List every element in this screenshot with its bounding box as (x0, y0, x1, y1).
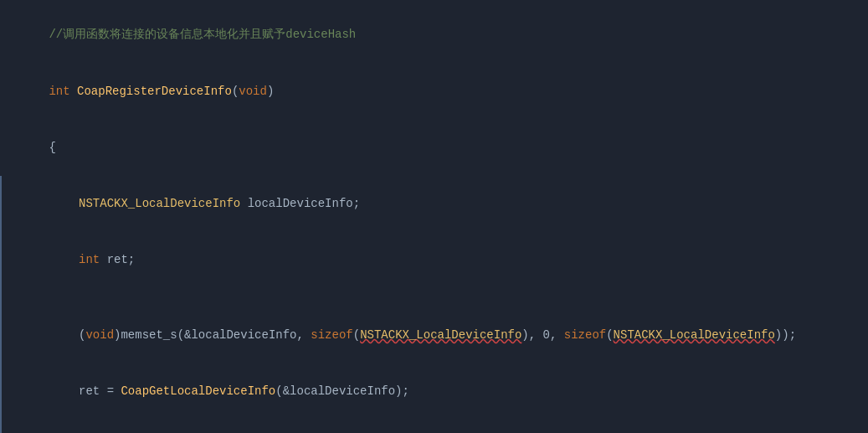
code-line: { (0, 119, 868, 175)
code-line: (void)memset_s(&localDeviceInfo, sizeof(… (0, 307, 868, 363)
code-editor: //调用函数将连接的设备信息本地化并且赋予deviceHash int Coap… (0, 0, 868, 433)
code-line (0, 288, 868, 307)
code-line: ret = CoapGetLocalDeviceInfo(&localDevic… (0, 363, 868, 419)
function-name: CoapRegisterDeviceInfo (77, 85, 232, 98)
code-line: int ret; (0, 232, 868, 288)
code-line: int CoapRegisterDeviceInfo(void) (0, 63, 868, 119)
code-line: //调用函数将连接的设备信息本地化并且赋予deviceHash (0, 7, 868, 63)
keyword: int (49, 85, 69, 98)
code-line: if (ret != 0) { (0, 420, 868, 433)
comment-text: //调用函数将连接的设备信息本地化并且赋予deviceHash (49, 28, 356, 41)
code-line: NSTACKX_LocalDeviceInfo localDeviceInfo; (0, 176, 868, 232)
